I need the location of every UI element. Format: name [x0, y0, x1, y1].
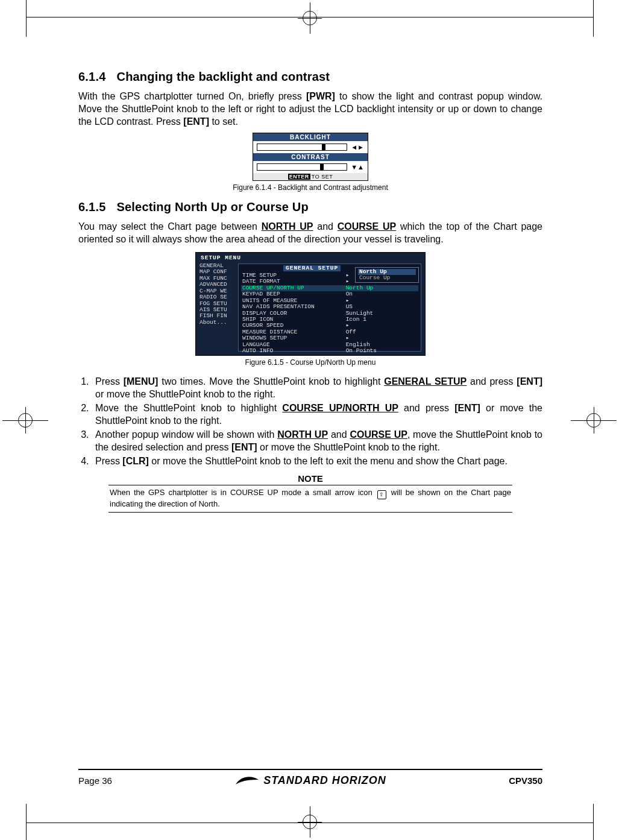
general-setup-row: SHIP ICONIcon 1 — [241, 317, 418, 323]
general-setup-row: CURSOR SPEED▸ — [241, 323, 418, 329]
body-6-1-4: With the GPS chartplotter turned On, bri… — [78, 90, 542, 128]
popup-footer: ENTERTO SET — [253, 173, 368, 180]
row-value: On Points — [346, 348, 417, 354]
general-setup-row: WINDOWS SETUP▸ — [241, 335, 418, 341]
figure-6-1-4: BACKLIGHT ◄► CONTRAST ▼▲ ENTERTO SET — [253, 133, 368, 181]
row-label: COURSE UP/NORTH UP — [242, 285, 342, 291]
steps-list: Press [MENU] two times. Move the Shuttle… — [92, 375, 542, 468]
page-number: Page 36 — [78, 775, 112, 786]
north-course-popup: North UpCourse Up — [355, 267, 419, 283]
left-right-arrows-icon: ◄► — [351, 144, 364, 151]
row-label: LANGUAGE — [242, 342, 342, 348]
figure-6-1-5: SETUP MENU GENERAL MAP CONFMAX FUNCADVAN… — [195, 252, 426, 356]
row-value: North Up — [346, 285, 417, 291]
general-setup-row: COURSE UP/NORTH UPNorth Up — [241, 285, 418, 291]
row-label: NAV AIDS PRESENTATION — [242, 304, 342, 310]
note-title: NOTE — [108, 473, 512, 484]
note-body: When the GPS chartplotter is in COURSE U… — [108, 485, 512, 512]
row-label: UNITS OF MEASURE — [242, 298, 342, 304]
row-label: CURSOR SPEED — [242, 323, 342, 329]
row-label: SHIP ICON — [242, 317, 342, 323]
row-label: TIME SETUP — [242, 273, 342, 279]
note-block: NOTE When the GPS chartplotter is in COU… — [108, 473, 512, 512]
figure-6-1-4-caption: Figure 6.1.4 - Backlight and Contrast ad… — [78, 183, 542, 192]
general-setup-row: KEYPAD BEEPOn — [241, 291, 418, 297]
row-value: ▸ — [346, 298, 417, 304]
general-setup-row: UNITS OF MEASURE▸ — [241, 298, 418, 304]
row-value: Icon 1 — [346, 317, 417, 323]
backlight-header: BACKLIGHT — [253, 133, 368, 141]
setup-menu-title: SETUP MENU — [200, 255, 242, 261]
row-value: On — [346, 355, 417, 356]
general-setup-row: AUTO INFOOn Points — [241, 348, 418, 354]
heading-number: 6.1.4 — [78, 70, 105, 83]
row-label: KEYPAD BEEP — [242, 291, 342, 297]
row-value: Off — [346, 329, 417, 335]
general-setup-row: CURSOR WINDOWOn — [241, 355, 418, 356]
model-number: CPV350 — [509, 775, 542, 786]
contrast-header: CONTRAST — [253, 153, 368, 161]
backlight-slider — [257, 144, 347, 151]
heading-6-1-5: 6.1.5Selecting North Up or Course Up — [78, 200, 542, 214]
popup-option: Course Up — [358, 275, 416, 281]
intro-6-1-5: You may select the Chart page between NO… — [78, 220, 542, 245]
swoosh-icon — [234, 774, 260, 787]
heading-title: Selecting North Up or Course Up — [116, 200, 308, 213]
general-setup-row: DISPLAY COLORSunLight — [241, 311, 418, 317]
general-setup-title: GENERAL SETUP — [283, 265, 341, 271]
contrast-slider — [257, 163, 347, 171]
brand-text: STANDARD HORIZON — [263, 774, 386, 787]
brand-logo: STANDARD HORIZON — [112, 774, 509, 787]
step-2: Move the ShuttlePoint knob to highlight … — [92, 402, 542, 427]
row-label: DISPLAY COLOR — [242, 311, 342, 317]
heading-6-1-4: 6.1.4Changing the backlight and contrast — [78, 70, 542, 84]
heading-number: 6.1.5 — [78, 200, 105, 213]
north-arrow-icon: ⇧ — [377, 490, 386, 499]
general-setup-row: MEASURE DISTANCEOff — [241, 329, 418, 335]
up-down-arrows-icon: ▼▲ — [351, 163, 364, 171]
row-label: AUTO INFO — [242, 348, 342, 354]
row-label: WINDOWS SETUP — [242, 335, 342, 341]
enter-to-set: TO SET — [312, 174, 333, 180]
step-3: Another popup window will be shown with … — [92, 428, 542, 453]
row-value: ▸ — [346, 323, 417, 329]
general-setup-row: LANGUAGEEnglish — [241, 342, 418, 348]
page-footer: Page 36 STANDARD HORIZON CPV350 — [78, 769, 542, 787]
general-setup-row: NAV AIDS PRESENTATIONUS — [241, 304, 418, 310]
row-label: CURSOR WINDOW — [242, 355, 342, 356]
heading-title: Changing the backlight and contrast — [116, 70, 330, 83]
step-1: Press [MENU] two times. Move the Shuttle… — [92, 375, 542, 400]
row-value: On — [346, 291, 417, 297]
row-label: MEASURE DISTANCE — [242, 329, 342, 335]
row-label: DATE FORMAT — [242, 279, 342, 285]
step-4: Press [CLR] or move the ShuttlePoint kno… — [92, 455, 542, 467]
note-body-pre: When the GPS chartplotter is in COURSE U… — [110, 488, 376, 497]
enter-key-label: ENTER — [288, 174, 310, 180]
figure-6-1-5-caption: Figure 6.1.5 - Course Up/North Up menu — [78, 358, 542, 367]
